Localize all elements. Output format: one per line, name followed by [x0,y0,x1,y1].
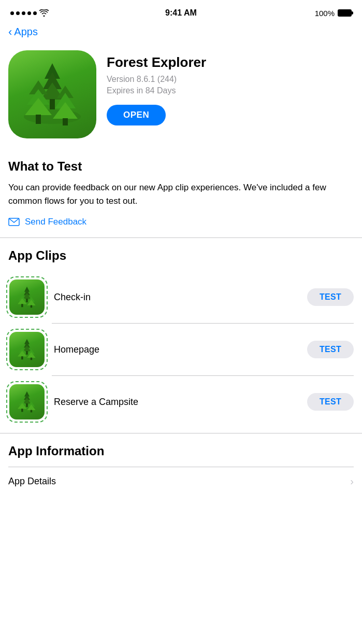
info-row-label-app-details: App Details [8,476,56,487]
svg-marker-39 [18,403,27,409]
svg-marker-7 [25,98,52,115]
send-feedback-link[interactable]: Send Feedback [8,217,354,227]
chevron-right-icon: › [350,475,354,487]
clip-tree-icon-3 [16,390,38,413]
dot-3 [22,11,25,15]
status-bar: 9:41 AM 100% [0,0,362,23]
app-information-title: App Information [8,444,354,458]
svg-rect-43 [31,410,32,413]
clip-icon-2 [9,332,45,367]
app-icon-trees [19,61,86,128]
signal-dots [10,11,37,15]
info-row-app-details[interactable]: App Details › [8,467,354,496]
what-to-test-body: You can provide feedback on our new App … [8,181,354,207]
clip-icon-1 [9,279,45,315]
svg-marker-16 [23,293,31,299]
svg-marker-42 [27,404,35,410]
dot-4 [27,11,31,15]
send-feedback-label: Send Feedback [25,217,86,227]
clip-icon-wrapper-3 [8,383,46,421]
dot-1 [10,11,14,15]
clip-name-homepage: Homepage [54,344,299,355]
battery-icon [338,9,352,17]
signal-area [10,9,49,17]
svg-rect-4 [50,99,55,109]
app-expires: Expires in 84 Days [107,86,206,95]
app-name: Forest Explorer [107,54,206,71]
app-information-section: App Information App Details › [0,433,362,496]
dot-5 [33,11,37,15]
svg-rect-20 [21,304,23,307]
clip-item-checkin: Check-in TEST [8,271,354,323]
svg-rect-8 [36,115,41,124]
svg-rect-17 [26,299,27,302]
battery-fill [339,10,351,16]
clip-item-homepage: Homepage TEST [8,324,354,375]
clip-name-checkin: Check-in [54,292,299,303]
back-label: Apps [14,26,38,38]
svg-rect-37 [26,403,27,407]
dot-2 [16,11,20,15]
test-button-campsite[interactable]: TEST [307,393,354,411]
status-time: 9:41 AM [165,8,197,18]
svg-rect-40 [21,409,23,412]
clip-tree-icon-2 [16,338,38,361]
svg-marker-36 [23,398,31,403]
clip-icon-wrapper-2 [8,331,46,368]
clip-icon-3 [9,384,45,419]
svg-rect-23 [31,305,32,308]
nav-bar: ‹ Apps [0,23,362,44]
app-clips-section: App Clips Check-in TEST [0,238,362,433]
email-icon [8,218,20,226]
app-icon-main [8,50,96,138]
app-meta: Forest Explorer Version 8.6.1 (244) Expi… [107,50,206,125]
app-clips-title: App Clips [8,248,354,263]
what-to-test-title: What to Test [8,159,354,174]
svg-rect-12 [63,118,68,125]
svg-marker-26 [23,345,31,351]
clip-icon-wrapper-1 [8,278,46,316]
battery-percent: 100% [315,9,335,18]
battery-area: 100% [315,9,352,18]
svg-rect-33 [31,358,32,360]
back-button[interactable]: ‹ Apps [8,26,38,38]
svg-rect-27 [26,351,27,355]
test-button-homepage[interactable]: TEST [307,341,354,358]
clip-tree-icon-1 [16,286,38,309]
svg-marker-32 [27,352,35,358]
svg-marker-19 [18,298,27,304]
clip-item-campsite: Reserve a Campsite TEST [8,376,354,428]
svg-marker-22 [27,300,35,305]
clip-name-campsite: Reserve a Campsite [54,397,299,408]
open-button[interactable]: OPEN [107,105,166,125]
test-button-checkin[interactable]: TEST [307,288,354,306]
what-to-test-section: What to Test You can provide feedback on… [0,149,362,237]
chevron-left-icon: ‹ [8,26,12,38]
wifi-icon [39,9,49,17]
app-version: Version 8.6.1 (244) [107,75,206,84]
svg-rect-30 [21,356,23,359]
svg-marker-29 [18,351,27,356]
app-header: Forest Explorer Version 8.6.1 (244) Expi… [0,44,362,149]
